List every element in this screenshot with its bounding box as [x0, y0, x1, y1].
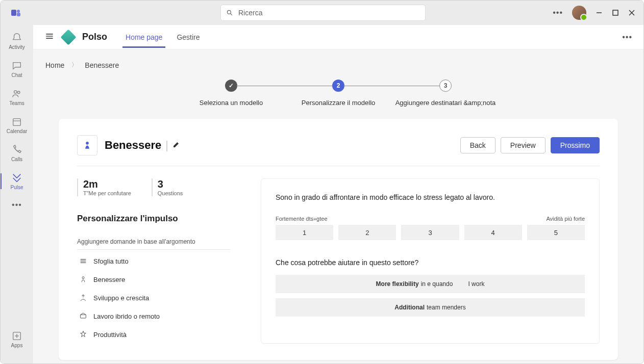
crumb-current: Benessere — [85, 61, 119, 69]
svg-point-1 — [17, 10, 20, 13]
step-1: ✓ Seleziona un modello — [178, 80, 285, 107]
topic-hybrid[interactable]: Lavoro ibrido o remoto — [77, 307, 230, 325]
scale-2[interactable]: 2 — [338, 225, 396, 240]
left-heading: Personalizzare l'impulso — [77, 214, 230, 224]
rail-pulse[interactable]: Pulse — [1, 170, 33, 192]
scale-4[interactable]: 4 — [464, 225, 522, 240]
app-name: Polso — [82, 32, 107, 42]
preview-button[interactable]: Preview — [501, 137, 546, 153]
rail-activity[interactable]: Activity — [1, 30, 33, 52]
option-1[interactable]: More flexibilityin e quandoI work — [276, 275, 585, 293]
edit-icon[interactable] — [172, 140, 181, 150]
option-2[interactable]: Additionalteam menders — [276, 298, 585, 317]
wellbeing-icon — [77, 135, 97, 155]
checkmark-icon: ✓ — [225, 80, 237, 92]
maximize-button[interactable] — [612, 9, 619, 16]
hamburger-icon[interactable] — [44, 31, 55, 43]
svg-point-10 — [17, 91, 20, 94]
step-3: 3 Aggiungere destinatari &amp;nota — [392, 80, 499, 107]
rail-more-icon[interactable]: ••• — [12, 200, 22, 210]
scale-left-label: Fortemente dts»gtee — [276, 216, 328, 222]
question-1-text: Sono in grado di affrontare in modo effi… — [276, 193, 585, 201]
svg-line-4 — [231, 14, 232, 15]
scale-1[interactable]: 1 — [276, 225, 333, 240]
question-2-text: Che cosa potrebbe aiutare in questo sett… — [276, 258, 585, 267]
main-card: Benessere | Back Preview Prossimo 2m T"M… — [59, 119, 618, 360]
chevron-right-icon: 〉 — [71, 61, 78, 69]
next-button[interactable]: Prossimo — [551, 137, 600, 153]
polso-logo-icon — [60, 29, 76, 45]
scale-3[interactable]: 3 — [401, 225, 459, 240]
stat-questions: 3 Questions — [152, 178, 183, 196]
card-header: Benessere | Back Preview Prossimo — [77, 135, 600, 166]
crumb-home[interactable]: Home — [45, 61, 64, 69]
question-preview: Sono in grado di affrontare in modo effi… — [261, 178, 600, 344]
app-content: Polso Home page Gestire ••• Home 〉 Benes… — [33, 25, 643, 363]
breadcrumb: Home 〉 Benessere — [33, 49, 643, 74]
svg-point-19 — [86, 142, 89, 144]
left-panel: 2m T"Me per confutare 3 Questions Person… — [77, 178, 230, 344]
rail-calls[interactable]: Calls — [1, 142, 33, 164]
minimize-button[interactable] — [596, 9, 603, 16]
title-bar: Ricerca ••• — [1, 1, 643, 25]
svg-rect-0 — [11, 10, 16, 16]
titlebar-more-icon[interactable]: ••• — [553, 8, 563, 17]
tab-home[interactable]: Home page — [126, 27, 162, 47]
scale-right-label: Avidità più forte — [546, 216, 585, 222]
back-button[interactable]: Back — [460, 137, 496, 153]
close-button[interactable] — [628, 9, 635, 16]
svg-rect-11 — [13, 119, 21, 126]
rail-apps[interactable]: Apps — [1, 328, 33, 350]
tab-manage[interactable]: Gestire — [177, 27, 200, 47]
scale-5[interactable]: 5 — [527, 225, 585, 240]
svg-point-23 — [82, 277, 84, 279]
svg-rect-2 — [17, 13, 20, 16]
app-header: Polso Home page Gestire ••• — [33, 25, 643, 49]
topic-productivity[interactable]: Produttività — [77, 325, 230, 344]
topic-browse-all[interactable]: Sfoglia tutto — [77, 252, 230, 270]
likert-scale: 1 2 3 4 5 — [276, 225, 585, 240]
stepper: ✓ Seleziona un modello 2 Personalizzare … — [33, 74, 643, 119]
svg-rect-6 — [613, 10, 618, 15]
search-placeholder: Ricerca — [238, 9, 262, 17]
step-2: 2 Personalizzare il modello — [285, 80, 392, 107]
teams-logo-icon — [10, 7, 22, 19]
card-title: Benessere — [105, 139, 161, 152]
rail-calendar[interactable]: Calendar — [1, 114, 33, 136]
rail-chat[interactable]: Chat — [1, 58, 33, 80]
avatar[interactable] — [572, 6, 586, 20]
app-rail: Activity Chat Teams Calendar Calls Pulse… — [1, 25, 33, 363]
rail-teams[interactable]: Teams — [1, 86, 33, 108]
svg-point-3 — [227, 10, 231, 14]
topic-wellbeing[interactable]: Benessere — [77, 270, 230, 289]
left-hint: Aggiungere domande in base all'argomento — [77, 238, 230, 250]
svg-point-9 — [14, 91, 17, 94]
stat-time: 2m T"Me per confutare — [77, 178, 131, 196]
search-input[interactable]: Ricerca — [221, 5, 425, 20]
svg-rect-24 — [81, 315, 86, 318]
topic-development[interactable]: Sviluppo e crescita — [77, 289, 230, 307]
app-more-icon[interactable]: ••• — [622, 33, 632, 42]
search-icon — [226, 9, 233, 16]
